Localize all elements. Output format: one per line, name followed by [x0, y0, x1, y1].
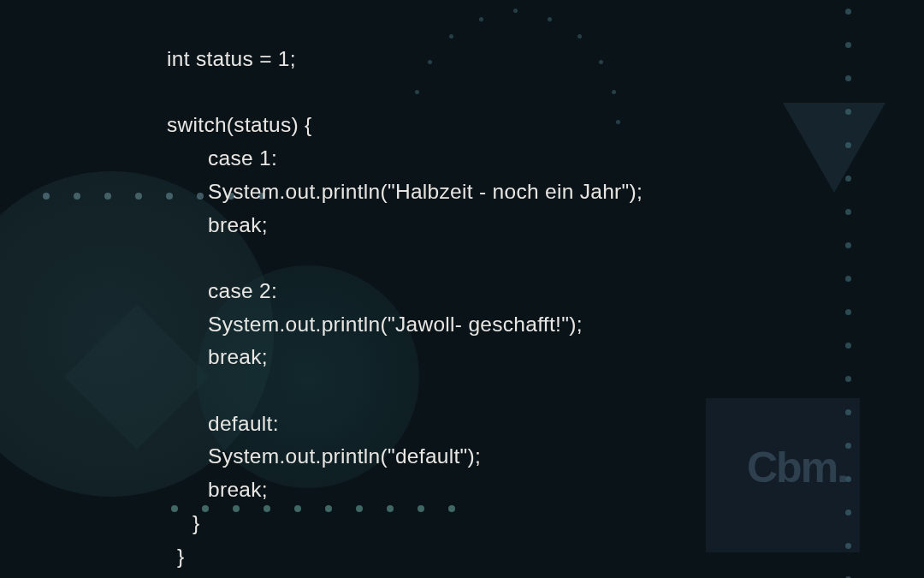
code-line-11 [167, 374, 924, 408]
code-line-7 [167, 241, 924, 275]
code-line-9: System.out.println("Jawoll- geschafft!")… [167, 308, 924, 342]
code-line-6: break; [167, 209, 924, 242]
code-block: int status = 1; switch(status) { case 1:… [0, 0, 924, 573]
code-line-5: System.out.println("Halbzeit - noch ein … [167, 176, 924, 209]
code-line-14: break; [167, 474, 924, 507]
code-line-13: System.out.println("default"); [167, 440, 924, 474]
code-line-8: case 2: [167, 275, 924, 308]
code-line-15: } [167, 507, 924, 540]
code-line-1: int status = 1; [167, 43, 924, 76]
code-line-12: default: [167, 408, 924, 441]
code-line-4: case 1: [167, 142, 924, 176]
code-line-10: break; [167, 341, 924, 374]
code-line-3: switch(status) { [167, 109, 924, 142]
code-line-16: } [167, 540, 924, 574]
code-line-2 [167, 76, 924, 110]
